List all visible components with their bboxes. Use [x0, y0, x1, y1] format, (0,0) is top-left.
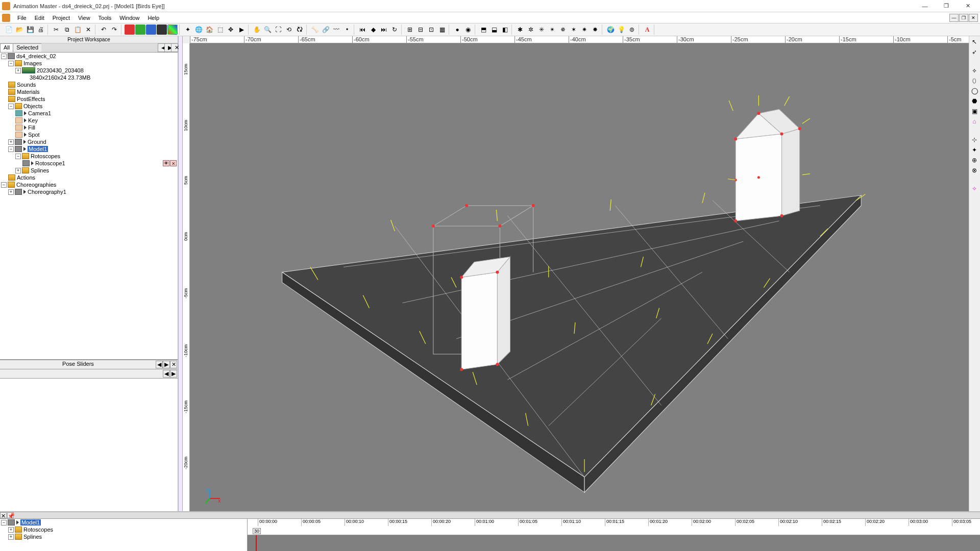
- rt-home-icon[interactable]: ⌂: [970, 117, 979, 126]
- stop-icon[interactable]: [146, 24, 156, 35]
- tree-key[interactable]: Key: [28, 117, 38, 123]
- lock-toggle-icon[interactable]: ⨯: [170, 160, 177, 166]
- sphere1-icon[interactable]: ●: [452, 24, 462, 35]
- pose-scroll-left[interactable]: ◀: [156, 361, 163, 368]
- tree-image-name[interactable]: 20230430_203408: [37, 67, 84, 73]
- tree-choreographies[interactable]: Choreographies: [16, 182, 56, 188]
- tree-twisty[interactable]: +: [8, 534, 14, 540]
- view2-icon[interactable]: ⬓: [489, 24, 499, 35]
- opt1-icon[interactable]: ✱: [515, 24, 525, 35]
- opt4-icon[interactable]: ✴: [547, 24, 557, 35]
- tree-twisty[interactable]: −: [8, 146, 14, 152]
- rt-7-icon[interactable]: ✦: [970, 145, 979, 155]
- timeline-pin-icon[interactable]: 📌: [7, 512, 14, 518]
- tab-all[interactable]: All: [0, 43, 13, 52]
- menu-edit[interactable]: Edit: [31, 14, 48, 22]
- light-icon[interactable]: 💡: [616, 24, 626, 35]
- mdi-minimize-button[interactable]: —: [949, 14, 959, 22]
- pose-scroll-right2[interactable]: ▶: [170, 370, 177, 378]
- target-icon[interactable]: ⊚: [627, 24, 637, 35]
- project-tree[interactable]: −ds4_dreieck_02 −Images +20230430_203408…: [0, 53, 178, 360]
- rt-4-icon[interactable]: ⬣: [970, 96, 979, 106]
- rt-5-icon[interactable]: ▣: [970, 107, 979, 116]
- tree-model-selected[interactable]: Model1: [28, 146, 48, 152]
- timeline-tree[interactable]: −Model1 +Rotoscopes +Splines: [0, 519, 248, 551]
- opt3-icon[interactable]: ✳: [536, 24, 547, 35]
- hand-icon[interactable]: ✋: [252, 24, 262, 35]
- tree-sounds[interactable]: Sounds: [17, 82, 36, 88]
- opt6-icon[interactable]: ✶: [569, 24, 579, 35]
- timeline-ruler[interactable]: 00:00:0000:00:0500:00:1000:00:1500:00:20…: [248, 519, 980, 535]
- tree-twisty[interactable]: +: [8, 189, 14, 195]
- tree-posteffects[interactable]: PostEffects: [17, 96, 45, 102]
- rt-9-icon[interactable]: ⊗: [970, 166, 979, 175]
- zoom-icon[interactable]: 🔍: [262, 24, 273, 35]
- close-button[interactable]: ✕: [958, 1, 978, 11]
- tree-project[interactable]: ds4_dreieck_02: [16, 53, 56, 59]
- select-arrow2-icon[interactable]: ➶: [970, 47, 979, 57]
- tree-twisty[interactable]: −: [1, 54, 7, 59]
- tab-scroll-left[interactable]: ◀: [158, 43, 165, 52]
- point-icon[interactable]: •: [342, 24, 352, 35]
- loop-icon[interactable]: ↻: [389, 24, 400, 35]
- move-icon[interactable]: ✥: [226, 24, 236, 35]
- cut-icon[interactable]: ✂: [51, 24, 61, 35]
- tab-selected[interactable]: Selected: [13, 43, 42, 52]
- grid3-icon[interactable]: ⊡: [426, 24, 436, 35]
- tree-twisty[interactable]: +: [8, 527, 14, 533]
- pose-scroll-left2[interactable]: ◀: [163, 370, 170, 378]
- new-file-icon[interactable]: 📄: [4, 24, 14, 35]
- tool-a-icon[interactable]: ✦: [183, 24, 193, 35]
- rainbow-icon[interactable]: [167, 24, 178, 35]
- tree-actions[interactable]: Actions: [17, 174, 35, 181]
- tree-objects[interactable]: Objects: [23, 103, 42, 109]
- tree-rotoscopes[interactable]: Rotoscopes: [31, 153, 60, 159]
- menu-tools[interactable]: Tools: [94, 14, 116, 22]
- refresh-icon[interactable]: 🗘: [295, 24, 305, 35]
- curve-icon[interactable]: 〰: [331, 24, 341, 35]
- delete-icon[interactable]: ✕: [83, 24, 93, 35]
- tree-camera[interactable]: Camera1: [28, 110, 51, 116]
- pose-close-icon[interactable]: ✕: [170, 361, 177, 368]
- rt-3-icon[interactable]: ◯: [970, 86, 979, 95]
- rt-6-icon[interactable]: ⊹: [970, 135, 979, 144]
- tree-twisty[interactable]: −: [8, 104, 14, 109]
- mdi-close-button[interactable]: ✕: [969, 14, 978, 22]
- tree-twisty[interactable]: +: [8, 139, 14, 145]
- play-icon[interactable]: [135, 24, 145, 35]
- tl-rotoscopes[interactable]: Rotoscopes: [23, 527, 53, 533]
- next-key-icon[interactable]: ⏭: [379, 24, 389, 35]
- menu-project[interactable]: Project: [48, 14, 74, 22]
- save-icon[interactable]: 💾: [25, 24, 35, 35]
- record-icon[interactable]: [125, 24, 135, 35]
- grid2-icon[interactable]: ⊟: [415, 24, 426, 35]
- opt2-icon[interactable]: ✲: [526, 24, 536, 35]
- fit-icon[interactable]: ⛶: [273, 24, 283, 35]
- pose-scroll-right[interactable]: ▶: [163, 361, 170, 368]
- tl-splines[interactable]: Splines: [23, 534, 42, 540]
- timeline-close-icon[interactable]: ✕: [0, 512, 7, 518]
- menu-help[interactable]: Help: [143, 14, 163, 22]
- link-icon[interactable]: 🔗: [321, 24, 331, 35]
- vis-toggle-icon[interactable]: 👁: [163, 160, 169, 166]
- rotate-view-icon[interactable]: ⟲: [284, 24, 294, 35]
- tl-model[interactable]: Model1: [20, 519, 41, 525]
- tree-twisty[interactable]: −: [1, 520, 7, 525]
- tree-images[interactable]: Images: [23, 60, 42, 66]
- prev-key-icon[interactable]: ⏮: [357, 24, 368, 35]
- tree-twisty[interactable]: −: [1, 182, 7, 188]
- mdi-restore-button[interactable]: ❐: [959, 14, 968, 22]
- tree-twisty[interactable]: −: [8, 61, 14, 66]
- tree-twisty[interactable]: −: [15, 154, 21, 159]
- box-icon[interactable]: ⬚: [215, 24, 225, 35]
- tree-materials[interactable]: Materials: [17, 89, 40, 95]
- open-file-icon[interactable]: 📂: [14, 24, 24, 35]
- sphere2-icon[interactable]: ◉: [463, 24, 473, 35]
- paste-icon[interactable]: 📋: [72, 24, 83, 35]
- text-a-icon[interactable]: A: [642, 24, 652, 35]
- tree-spot[interactable]: Spot: [28, 132, 40, 138]
- copy-icon[interactable]: ⧉: [62, 24, 72, 35]
- key-icon[interactable]: ◆: [368, 24, 378, 35]
- view3-icon[interactable]: ◧: [500, 24, 510, 35]
- bone-icon[interactable]: 🦴: [310, 24, 320, 35]
